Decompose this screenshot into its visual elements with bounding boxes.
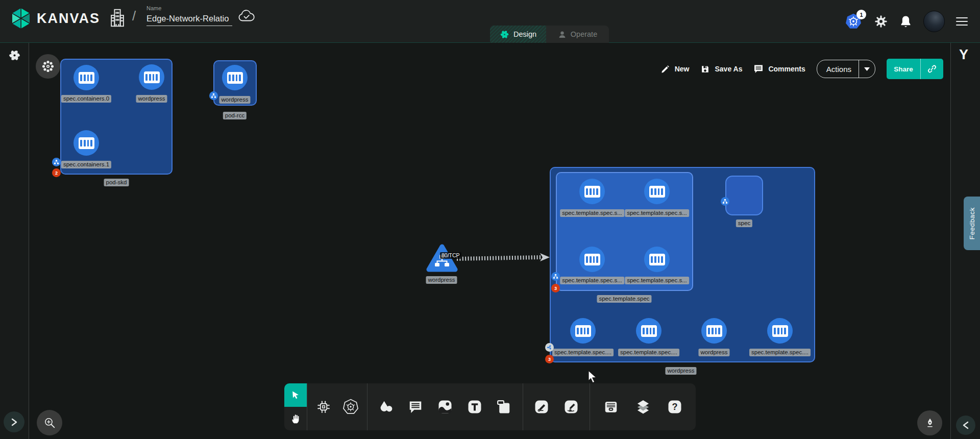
action-bar: New Save As Comments A xyxy=(660,58,943,80)
node-container[interactable] xyxy=(74,130,99,156)
issue-count-badge[interactable]: 3 xyxy=(545,355,554,363)
node-label: spec.template.spec.... xyxy=(618,349,679,356)
dock-section-draw xyxy=(523,383,590,430)
comment-tool[interactable] xyxy=(405,396,426,418)
hierarchy-y-icon[interactable]: Y xyxy=(959,47,968,63)
note-tool[interactable] xyxy=(493,396,514,418)
tab-design[interactable]: Design xyxy=(490,26,546,43)
kubernetes-tool[interactable] xyxy=(340,396,361,418)
container-icon xyxy=(79,137,94,149)
share-button[interactable]: Share xyxy=(887,59,943,79)
node-label: wordpress xyxy=(426,276,457,284)
select-tool[interactable] xyxy=(284,383,307,407)
pen-nib-icon xyxy=(923,417,937,430)
actions-dropdown-button[interactable]: Actions xyxy=(817,60,875,78)
kanvas-logo-icon xyxy=(10,7,32,30)
tab-operate[interactable]: Operate xyxy=(546,26,609,43)
node-label: spec.template.spec.... xyxy=(749,349,811,356)
comments-button[interactable]: Comments xyxy=(753,64,805,74)
edge-port-label: 80/TCP xyxy=(440,252,461,259)
chevron-left-icon xyxy=(962,421,969,430)
collapse-panel-button[interactable] xyxy=(956,416,975,435)
issue-count-badge[interactable]: 2 xyxy=(52,168,61,177)
pointer-tools xyxy=(284,383,307,430)
node-container[interactable] xyxy=(222,65,248,90)
chevron-down-icon[interactable] xyxy=(859,60,875,78)
help-tool[interactable]: ? xyxy=(664,396,685,418)
relationship-badge[interactable] xyxy=(209,91,218,100)
copy-link-icon[interactable] xyxy=(920,59,943,79)
brand[interactable]: KANVAS xyxy=(10,7,100,30)
layers-tool[interactable] xyxy=(632,396,654,418)
zoom-search-button[interactable] xyxy=(37,410,62,435)
node-label: spec.containers.1 xyxy=(61,161,111,168)
node-container[interactable] xyxy=(74,65,99,90)
node-label: wordpress xyxy=(698,349,729,356)
issue-count-badge[interactable]: 3 xyxy=(551,284,560,292)
brand-wordmark: KANVAS xyxy=(37,11,100,27)
notifications-bell-icon[interactable] xyxy=(899,15,912,29)
user-avatar[interactable] xyxy=(923,11,945,32)
node-container[interactable] xyxy=(701,318,727,344)
layers-icon xyxy=(635,399,651,415)
meshery-spiral-icon xyxy=(500,30,509,39)
drawer-tool[interactable] xyxy=(600,396,622,418)
shapes-tool[interactable] xyxy=(376,396,397,418)
node-container[interactable] xyxy=(644,247,670,272)
pencil-edge-icon xyxy=(534,399,549,414)
components-tool[interactable] xyxy=(313,396,334,418)
freehand-draw-tool[interactable] xyxy=(560,396,582,418)
cursor-arrow-icon xyxy=(290,390,301,400)
organization-icon[interactable] xyxy=(110,8,125,28)
node-container[interactable] xyxy=(579,179,605,204)
dock-section-infra xyxy=(307,383,367,430)
pen-tool-button[interactable] xyxy=(917,410,942,435)
relationship-badge[interactable] xyxy=(721,197,729,206)
shapes-icon xyxy=(379,399,394,414)
node-container[interactable] xyxy=(767,318,793,344)
node-spec[interactable] xyxy=(725,176,763,215)
actions-label: Actions xyxy=(817,60,859,78)
media-tool[interactable] xyxy=(434,396,456,418)
kubernetes-context-icon[interactable]: 1 xyxy=(844,13,863,30)
text-tool[interactable] xyxy=(464,396,485,418)
image-icon xyxy=(437,399,453,414)
pan-tool[interactable] xyxy=(284,407,307,430)
group-spec-template-spec[interactable] xyxy=(556,172,693,291)
relationship-badge[interactable] xyxy=(551,272,560,281)
edge-style-tool[interactable] xyxy=(531,396,552,418)
relationship-badge[interactable] xyxy=(52,158,61,166)
comments-label: Comments xyxy=(768,65,805,73)
node-label: wordpress xyxy=(136,95,167,103)
comment-bubble-icon xyxy=(753,64,764,74)
design-name-group: Name xyxy=(146,5,232,26)
node-container[interactable] xyxy=(644,179,670,204)
expand-panel-button[interactable] xyxy=(4,411,24,432)
settings-gear-icon[interactable] xyxy=(874,14,888,29)
edge-service-to-deployment[interactable] xyxy=(456,251,553,265)
container-icon xyxy=(584,254,600,265)
note-icon xyxy=(496,399,511,414)
container-icon xyxy=(79,72,94,84)
meshery-badge[interactable] xyxy=(545,343,554,352)
node-label: spec.containers.0 xyxy=(61,95,111,103)
collapsed-node-flower-icon[interactable] xyxy=(36,54,60,79)
meshery-spiral-icon[interactable] xyxy=(8,49,21,62)
cloud-saved-icon[interactable] xyxy=(238,9,255,23)
design-name-input[interactable] xyxy=(146,13,232,26)
group-label: pod-skd xyxy=(104,179,129,186)
menu-hamburger-icon[interactable] xyxy=(956,17,968,26)
feedback-tab[interactable]: Feedback xyxy=(964,197,980,250)
node-container[interactable] xyxy=(636,318,662,344)
mode-tabs: Design Operate xyxy=(490,26,609,43)
tab-operate-label: Operate xyxy=(571,30,597,38)
pencil-freehand-icon xyxy=(564,399,579,414)
new-button[interactable]: New xyxy=(660,64,690,74)
save-as-label: Save As xyxy=(715,65,742,73)
node-container[interactable] xyxy=(139,64,164,90)
node-container[interactable] xyxy=(570,318,596,344)
comment-bubble-icon xyxy=(408,399,423,414)
magnifier-plus-icon xyxy=(42,416,57,430)
node-container[interactable] xyxy=(579,247,605,272)
save-as-button[interactable]: Save As xyxy=(700,64,742,74)
